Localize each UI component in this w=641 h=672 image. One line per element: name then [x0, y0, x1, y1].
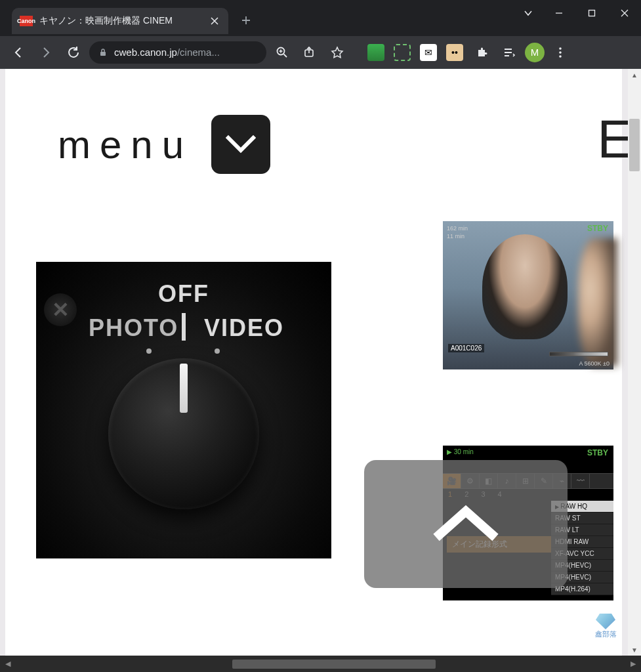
dial-label-video: VIDEO — [204, 314, 284, 342]
scroll-down-arrow-icon[interactable]: ▼ — [628, 644, 641, 656]
profile-avatar[interactable]: M — [525, 43, 545, 62]
tab-title: キヤノン：映画制作機器 CINEM — [39, 15, 202, 27]
preview-info-bottom: A 5600K ±0 — [447, 360, 610, 367]
gem-icon — [596, 614, 615, 629]
close-window-button[interactable] — [608, 0, 641, 26]
browser-tab[interactable]: Canon キヤノン：映画制作機器 CINEM — [12, 8, 228, 34]
extension-icon-1[interactable] — [367, 44, 384, 61]
horizontal-scrollbar[interactable]: ◀ ▶ — [0, 656, 641, 672]
tab-close-button[interactable] — [209, 15, 220, 27]
preview2-tab: 〰 — [571, 474, 590, 488]
svg-point-5 — [559, 51, 562, 54]
watermark: 鑫部落 — [589, 614, 623, 648]
scroll-right-arrow-icon[interactable]: ▶ — [625, 660, 641, 668]
lock-icon — [98, 48, 108, 57]
screw-icon: ✕ — [44, 293, 77, 326]
favicon-icon: Canon — [20, 16, 33, 26]
minimize-button[interactable] — [543, 0, 575, 26]
dial-dot — [146, 348, 152, 354]
dial-divider — [182, 313, 186, 341]
extensions-puzzle-icon[interactable] — [470, 41, 493, 64]
dial-label-off: OFF — [158, 280, 209, 308]
chrome-menu-icon[interactable] — [548, 41, 572, 64]
camera-dial-image: ✕ OFF PHOTO VIDEO — [36, 262, 331, 558]
preview-info-top: 162 min 11 min — [447, 225, 468, 240]
vertical-scrollbar[interactable]: ▲ ▼ — [628, 69, 641, 656]
menu-label: menu — [58, 122, 193, 167]
scroll-to-top-button[interactable] — [364, 460, 568, 588]
extension-icon-3[interactable]: ✉ — [420, 44, 437, 61]
scrollbar-thumb[interactable] — [629, 119, 640, 171]
maximize-button[interactable] — [575, 0, 608, 26]
preview2-top-info: ▶ 30 min — [447, 448, 474, 455]
clip-name: A001C026 — [448, 344, 484, 352]
back-button[interactable] — [7, 41, 30, 64]
zoom-icon[interactable] — [270, 41, 294, 64]
dial-label-photo: PHOTO — [89, 314, 178, 342]
watermark-text: 鑫部落 — [595, 629, 617, 639]
new-tab-button[interactable] — [236, 10, 256, 30]
exposure-bar — [549, 352, 608, 356]
dial-knob — [108, 358, 259, 509]
scrollbar-track[interactable] — [16, 660, 625, 669]
share-icon[interactable] — [298, 41, 321, 64]
svg-point-4 — [559, 47, 562, 50]
reading-list-icon[interactable] — [497, 41, 521, 64]
url-text: cweb.canon.jp/cinema... — [114, 47, 220, 58]
page-menu-bar: menu — [5, 69, 622, 220]
extension-icon-4[interactable]: •• — [446, 44, 463, 61]
stby-badge: STBY — [587, 224, 608, 233]
scrollbar-track[interactable] — [628, 81, 641, 644]
chevron-up-icon — [426, 501, 505, 547]
scrollbar-thumb[interactable] — [232, 660, 436, 669]
extension-icon-2[interactable] — [394, 44, 411, 61]
svg-rect-1 — [100, 52, 106, 56]
svg-rect-0 — [589, 10, 595, 16]
menu-toggle-button[interactable] — [211, 115, 270, 174]
reload-button[interactable] — [62, 41, 85, 64]
dial-dot — [215, 348, 220, 354]
bookmark-star-icon[interactable] — [325, 41, 349, 64]
address-bar[interactable]: cweb.canon.jp/cinema... — [89, 41, 266, 64]
forward-button[interactable] — [34, 41, 58, 64]
stby-badge: STBY — [587, 448, 608, 457]
scroll-left-arrow-icon[interactable]: ◀ — [0, 660, 16, 668]
tab-search-dropdown-icon[interactable] — [514, 0, 543, 26]
scroll-up-arrow-icon[interactable]: ▲ — [628, 69, 641, 81]
svg-point-6 — [559, 55, 562, 58]
camera-preview-live: STBY 162 min 11 min A001C026 A 5600K ±0 — [443, 221, 613, 369]
